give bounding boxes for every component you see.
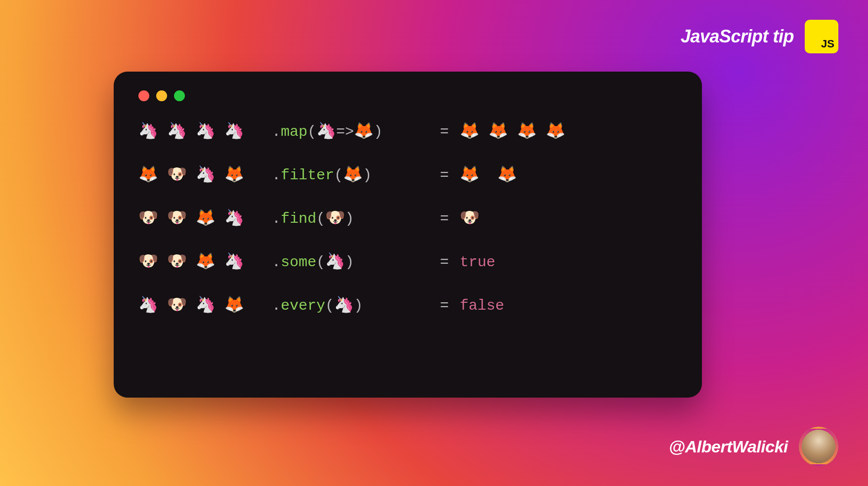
code-row: 🐶🐶🦊🦄.some(🦄)=true — [138, 254, 677, 270]
fox-emoji-icon: 🦊 — [138, 167, 158, 183]
dot-punct: . — [272, 298, 281, 313]
window-dot-zoom-icon — [174, 90, 185, 101]
code-output: false — [460, 298, 504, 313]
code-row: 🦄🐶🦄🦊.every(🦄)=false — [138, 298, 677, 314]
unicorn-emoji-icon: 🦄 — [316, 124, 336, 140]
method-name: find — [281, 211, 316, 226]
js-badge-icon: JS — [805, 20, 838, 53]
boolean-keyword: true — [460, 255, 495, 270]
fox-emoji-icon: 🦊 — [497, 167, 517, 183]
dog-emoji-icon: 🐶 — [167, 167, 187, 183]
code-card: 🦄🦄🦄🦄.map(🦄 => 🦊)=🦊🦊🦊🦊🦊🐶🦄🦊.filter(🦊)=🦊🦊🐶🐶… — [114, 72, 702, 398]
dog-emoji-icon: 🐶 — [167, 254, 187, 270]
code-input: 🦄🦄🦄🦄 — [138, 124, 272, 140]
fox-emoji-icon: 🦊 — [546, 124, 565, 140]
code-input: 🐶🐶🦊🦄 — [138, 254, 272, 270]
code-call: .filter(🦊) — [272, 167, 440, 183]
code-output: 🦊🦊 — [460, 167, 517, 183]
code-row: 🦊🐶🦄🦊.filter(🦊)=🦊🦊 — [138, 167, 677, 183]
fox-emoji-icon: 🦊 — [343, 167, 363, 183]
equals-punct: = — [440, 211, 460, 226]
code-row: 🐶🐶🦊🦄.find(🐶)=🐶 — [138, 211, 677, 227]
unicorn-emoji-icon: 🦄 — [325, 254, 345, 270]
close-paren: ) — [354, 298, 363, 313]
fox-emoji-icon: 🦊 — [460, 124, 479, 140]
fox-emoji-icon: 🦊 — [488, 124, 508, 140]
author-handle: @AlbertWalicki — [669, 437, 788, 456]
code-row: 🦄🦄🦄🦄.map(🦄 => 🦊)=🦊🦊🦊🦊 — [138, 124, 677, 140]
dot-punct: . — [272, 168, 281, 183]
equals-punct: = — [440, 168, 460, 183]
arrow-punct: => — [336, 124, 354, 139]
fox-emoji-icon: 🦊 — [224, 298, 244, 314]
unicorn-emoji-icon: 🦄 — [138, 124, 158, 140]
fox-emoji-icon: 🦊 — [224, 167, 244, 183]
unicorn-emoji-icon: 🦄 — [196, 298, 216, 314]
unicorn-emoji-icon: 🦄 — [196, 167, 216, 183]
open-paren: ( — [334, 168, 343, 183]
code-call: .every(🦄) — [272, 298, 440, 314]
close-paren: ) — [374, 124, 383, 139]
fox-emoji-icon: 🦊 — [354, 124, 374, 140]
unicorn-emoji-icon: 🦄 — [334, 298, 354, 314]
code-call: .map(🦄 => 🦊) — [272, 124, 440, 140]
equals-punct: = — [440, 255, 460, 270]
fox-emoji-icon: 🦊 — [196, 211, 216, 227]
code-output: true — [460, 255, 495, 270]
code-input: 🦄🐶🦄🦊 — [138, 298, 272, 314]
method-name: some — [281, 255, 316, 270]
dog-emoji-icon: 🐶 — [167, 298, 187, 314]
method-name: every — [281, 298, 325, 313]
footer: @AlbertWalicki — [669, 427, 838, 466]
unicorn-emoji-icon: 🦄 — [224, 211, 244, 227]
dog-emoji-icon: 🐶 — [167, 211, 187, 227]
close-paren: ) — [363, 168, 372, 183]
equals-punct: = — [440, 124, 460, 139]
dot-punct: . — [272, 124, 281, 139]
unicorn-emoji-icon: 🦄 — [224, 254, 244, 270]
unicorn-emoji-icon: 🦄 — [224, 124, 244, 140]
code-call: .some(🦄) — [272, 254, 440, 270]
dog-emoji-icon: 🐶 — [325, 211, 345, 227]
open-paren: ( — [316, 255, 325, 270]
boolean-keyword: false — [460, 298, 504, 313]
code-call: .find(🐶) — [272, 211, 440, 227]
code-input: 🐶🐶🦊🦄 — [138, 211, 272, 227]
header-title: JavaScript tip — [681, 26, 794, 47]
fox-emoji-icon: 🦊 — [517, 124, 537, 140]
open-paren: ( — [325, 298, 334, 313]
code-block: 🦄🦄🦄🦄.map(🦄 => 🦊)=🦊🦊🦊🦊🦊🐶🦄🦊.filter(🦊)=🦊🦊🐶🐶… — [138, 124, 677, 314]
window-dot-close-icon — [138, 90, 149, 101]
open-paren: ( — [307, 124, 316, 139]
close-paren: ) — [345, 255, 354, 270]
avatar — [799, 427, 838, 466]
unicorn-emoji-icon: 🦄 — [138, 298, 158, 314]
close-paren: ) — [345, 211, 354, 226]
dot-punct: . — [272, 211, 281, 226]
equals-punct: = — [440, 298, 460, 313]
method-name: map — [281, 124, 307, 139]
dog-emoji-icon: 🐶 — [138, 254, 158, 270]
dot-punct: . — [272, 255, 281, 270]
method-name: filter — [281, 168, 334, 183]
code-output: 🐶 — [460, 211, 479, 227]
fox-emoji-icon: 🦊 — [196, 254, 216, 270]
window-dots — [138, 90, 677, 101]
code-input: 🦊🐶🦄🦊 — [138, 167, 272, 183]
code-output: 🦊🦊🦊🦊 — [460, 124, 565, 140]
open-paren: ( — [316, 211, 325, 226]
dog-emoji-icon: 🐶 — [138, 211, 158, 227]
unicorn-emoji-icon: 🦄 — [167, 124, 187, 140]
unicorn-emoji-icon: 🦄 — [196, 124, 216, 140]
window-dot-minimize-icon — [156, 90, 167, 101]
dog-emoji-icon: 🐶 — [460, 211, 479, 227]
header: JavaScript tip JS — [681, 20, 838, 53]
fox-emoji-icon: 🦊 — [460, 167, 479, 183]
